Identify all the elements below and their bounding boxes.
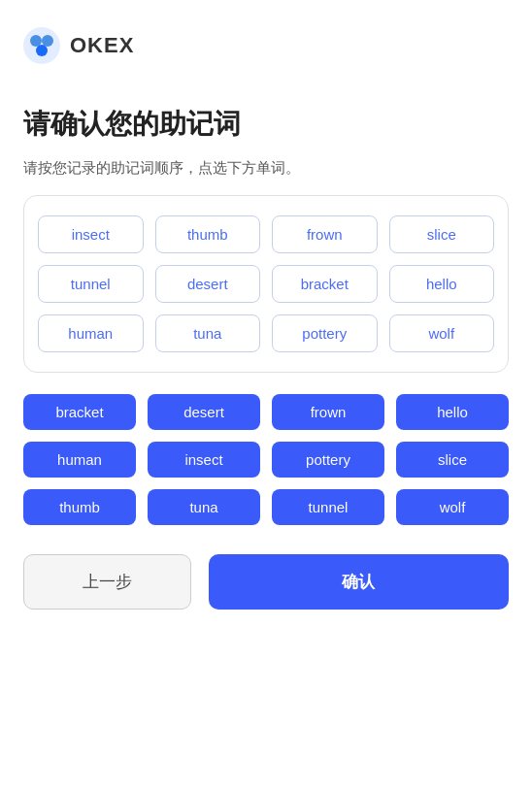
word-chip[interactable]: tunnel [38,265,144,303]
word-grid: insectthumbfrownslicetunneldesertbracket… [38,215,494,352]
word-chip[interactable]: hello [389,265,495,303]
selected-word-chip[interactable]: bracket [23,394,136,430]
selected-word-chip[interactable]: tunnel [272,489,384,525]
back-button[interactable]: 上一步 [23,554,191,610]
svg-point-1 [30,35,42,47]
selected-word-chip[interactable]: wolf [396,489,509,525]
word-chip[interactable]: pottery [272,314,378,352]
selected-word-chip[interactable]: hello [396,394,509,430]
word-selection-box: insectthumbfrownslicetunneldesertbracket… [23,195,509,373]
word-chip[interactable]: frown [272,215,378,253]
confirm-button[interactable]: 确认 [209,554,509,610]
selected-word-chip[interactable]: insect [148,442,260,478]
okex-logo-icon [23,27,60,64]
selected-word-chip[interactable]: slice [396,442,509,478]
word-chip[interactable]: human [38,314,144,352]
header: OKEX [23,0,509,87]
word-chip[interactable]: insect [38,215,144,253]
selected-word-chip[interactable]: pottery [272,442,384,478]
word-chip[interactable]: thumb [155,215,261,253]
svg-point-2 [42,35,53,47]
button-row: 上一步 确认 [23,554,509,610]
word-chip[interactable]: slice [389,215,495,253]
word-chip[interactable]: tuna [155,314,261,352]
subtitle: 请按您记录的助记词顺序，点选下方单词。 [23,159,509,178]
selected-word-chip[interactable]: frown [272,394,384,430]
logo-text: OKEX [70,33,134,58]
selected-grid: bracketdesertfrownhellohumaninsectpotter… [23,394,509,525]
selected-word-chip[interactable]: tuna [148,489,260,525]
svg-point-3 [36,45,48,56]
word-chip[interactable]: wolf [389,314,495,352]
word-chip[interactable]: desert [155,265,261,303]
page-title: 请确认您的助记词 [23,107,509,142]
word-chip[interactable]: bracket [272,265,378,303]
selected-word-chip[interactable]: thumb [23,489,136,525]
selected-word-chip[interactable]: desert [148,394,260,430]
selected-word-chip[interactable]: human [23,442,136,478]
